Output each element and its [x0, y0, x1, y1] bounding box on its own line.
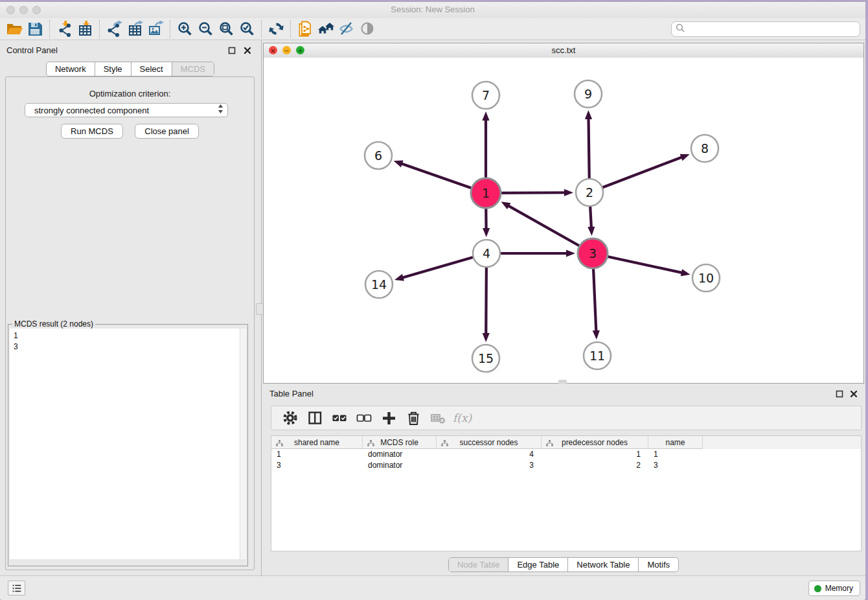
close-panel-button[interactable]: Close panel	[135, 124, 199, 139]
deselect-all-checks-icon[interactable]	[352, 408, 376, 428]
network-graph[interactable]: 7968124314101511	[264, 58, 863, 383]
tab-style[interactable]: Style	[95, 62, 131, 76]
network-canvas[interactable]: 7968124314101511	[264, 58, 863, 383]
svg-text:3: 3	[589, 246, 597, 260]
graph-node-3[interactable]: 3	[578, 238, 608, 268]
cell-predecessor-nodes[interactable]: 2	[542, 460, 648, 471]
gear-icon[interactable]	[278, 408, 303, 428]
control-panel-header: Control Panel	[0, 44, 260, 57]
zoom-in-icon[interactable]	[174, 19, 195, 39]
cell-name[interactable]: 1	[648, 449, 703, 460]
table-panel-tabs: Node TableEdge TableNetwork TableMotifs	[448, 557, 679, 572]
graph-node-7[interactable]: 7	[472, 82, 499, 109]
mcds-result-textarea[interactable]: 1 3	[10, 329, 246, 559]
graph-node-8[interactable]: 8	[691, 135, 718, 162]
function-icon[interactable]: f(x)	[450, 408, 475, 428]
column-label: shared name	[294, 438, 339, 447]
graph-node-4[interactable]: 4	[473, 240, 500, 267]
tab-edge-table[interactable]: Edge Table	[508, 558, 567, 571]
tab-network[interactable]: Network	[47, 62, 95, 76]
float-table-panel-icon[interactable]	[834, 389, 845, 399]
add-column-icon[interactable]	[376, 408, 401, 428]
table-row[interactable]: 1dominator411	[271, 449, 861, 460]
result-scrollbar[interactable]	[240, 329, 246, 559]
search-input[interactable]	[688, 23, 860, 36]
svg-text:10: 10	[698, 271, 714, 285]
mcds-result-title: MCDS result (2 nodes)	[12, 319, 95, 329]
tab-node-table[interactable]: Node Table	[449, 558, 508, 571]
network-splitter-grip[interactable]	[558, 380, 567, 384]
cell-MCDS-role[interactable]: dominator	[363, 449, 437, 460]
export-table-icon[interactable]	[124, 19, 145, 39]
desktop: Session: New Session Control Panel Netwo…	[0, 0, 868, 600]
delete-column-icon[interactable]	[401, 408, 426, 428]
graph-node-1[interactable]: 1	[471, 178, 501, 208]
memory-button[interactable]: Memory	[808, 581, 860, 596]
node-table[interactable]: shared nameMCDS rolesuccessor nodesprede…	[271, 435, 862, 551]
zoom-out-icon[interactable]	[195, 19, 216, 39]
column-header-name[interactable]: name	[648, 436, 703, 449]
cell-name[interactable]: 3	[648, 460, 703, 471]
delete-table-icon[interactable]	[426, 408, 450, 428]
control-panel: Control Panel NetworkStyleSelectMCDS Opt…	[0, 40, 260, 575]
graph-node-15[interactable]: 15	[472, 345, 499, 372]
search-box[interactable]	[671, 21, 860, 37]
svg-text:f(x): f(x)	[453, 411, 473, 424]
graph-node-9[interactable]: 9	[575, 80, 602, 108]
export-image-icon[interactable]	[145, 19, 166, 39]
tab-motifs[interactable]: Motifs	[638, 558, 678, 571]
column-header-predecessor-nodes[interactable]: predecessor nodes	[542, 436, 648, 449]
graph-node-6[interactable]: 6	[365, 142, 392, 169]
cell-MCDS-role[interactable]: dominator	[363, 460, 437, 471]
clone-network-icon[interactable]	[295, 19, 315, 39]
select-stepper-icon	[218, 104, 223, 117]
apply-preferred-layout-icon[interactable]	[266, 19, 286, 39]
status-bar: Memory	[0, 575, 865, 600]
close-panel-icon[interactable]	[242, 45, 253, 56]
select-all-checks-icon[interactable]	[327, 408, 352, 428]
cell-successor-nodes[interactable]: 3	[437, 460, 542, 471]
import-table-icon[interactable]	[74, 19, 95, 39]
float-panel-icon[interactable]	[227, 45, 237, 56]
cell-shared-name[interactable]: 1	[271, 449, 363, 460]
open-session-icon[interactable]	[4, 19, 25, 39]
save-session-icon[interactable]	[25, 19, 45, 39]
cell-shared-name[interactable]: 3	[271, 460, 363, 471]
table-panel-header: Table Panel	[263, 387, 864, 400]
show-all-icon[interactable]	[357, 19, 378, 39]
tab-select[interactable]: Select	[131, 62, 172, 76]
cell-predecessor-nodes[interactable]: 1	[542, 449, 648, 460]
svg-text:9: 9	[584, 87, 592, 101]
toolbar-separator	[261, 20, 262, 38]
column-header-shared-name[interactable]: shared name	[271, 436, 363, 449]
import-network-icon[interactable]	[54, 19, 74, 39]
task-history-button[interactable]	[8, 581, 25, 595]
graph-node-11[interactable]: 11	[584, 342, 611, 369]
column-header-MCDS-role[interactable]: MCDS role	[363, 436, 437, 449]
graph-node-14[interactable]: 14	[365, 271, 393, 298]
split-columns-icon[interactable]	[303, 408, 327, 428]
table-row[interactable]: 3dominator323	[271, 460, 861, 471]
tree-icon	[546, 439, 553, 448]
export-network-icon[interactable]	[104, 19, 124, 39]
main-toolbar	[0, 18, 865, 40]
hide-selected-icon[interactable]	[336, 19, 357, 39]
cell-successor-nodes[interactable]: 4	[437, 449, 542, 460]
close-table-panel-icon[interactable]	[849, 389, 859, 399]
first-neighbors-icon[interactable]	[315, 19, 336, 39]
column-label: MCDS role	[380, 438, 418, 447]
svg-text:8: 8	[701, 141, 709, 156]
zoom-selected-icon[interactable]	[236, 19, 257, 39]
table-body: 1dominator4113dominator323	[271, 449, 861, 471]
criterion-value: strongly connected component	[34, 106, 218, 115]
criterion-select[interactable]: strongly connected component	[25, 103, 228, 117]
tab-network-table[interactable]: Network Table	[567, 558, 638, 571]
application-window: Session: New Session Control Panel Netwo…	[0, 2, 865, 600]
graph-node-2[interactable]: 2	[576, 179, 603, 206]
svg-text:7: 7	[482, 88, 490, 102]
tab-mcds[interactable]: MCDS	[172, 62, 214, 76]
run-mcds-button[interactable]: Run MCDS	[61, 124, 123, 139]
column-header-successor-nodes[interactable]: successor nodes	[437, 436, 542, 449]
zoom-fit-icon[interactable]	[216, 19, 236, 39]
graph-node-10[interactable]: 10	[692, 264, 720, 292]
